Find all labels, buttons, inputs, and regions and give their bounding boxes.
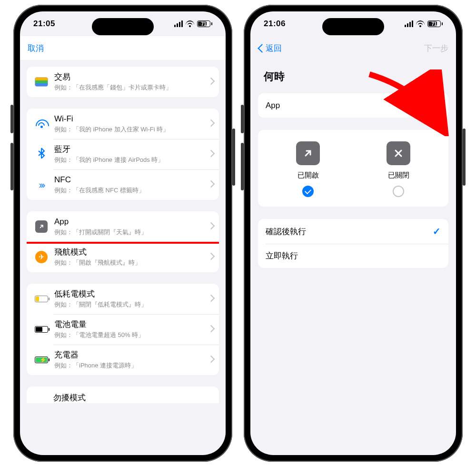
bluetooth-icon: [37, 148, 46, 161]
chevron-right-icon: [208, 254, 212, 260]
wifi-trigger-icon: [36, 119, 47, 128]
nav-bar: 取消: [20, 36, 226, 60]
run-mode-card: 確認後執行 ✓ 立即執行: [258, 219, 448, 268]
cellular-icon: [174, 20, 183, 27]
trigger-row-nfc[interactable]: ››› NFC 例如：「在我感應 NFC 標籤時」: [27, 169, 219, 200]
state-options-card: 已開啟 已關閉: [258, 130, 448, 207]
trigger-row-bluetooth[interactable]: 藍牙 例如：「我的 iPhone 連接 AirPods 時」: [27, 139, 219, 169]
close-icon: [387, 141, 410, 165]
nav-bar: 返回 下一步: [250, 36, 456, 60]
trigger-row-wifi[interactable]: Wi-Fi 例如：「我的 iPhone 加入住家 Wi-Fi 時」: [27, 109, 219, 139]
trigger-row-app[interactable]: App 例如：「打開或關閉『天氣』時」: [27, 211, 219, 242]
cellular-icon: [405, 20, 413, 27]
chevron-right-icon: [208, 79, 212, 85]
phone-frame-right: 21:06 71 返回 下一步: [244, 5, 463, 462]
screen-left: 21:05 71 取消: [20, 11, 226, 455]
dynamic-island: [92, 18, 154, 35]
row-title: 交易: [54, 72, 208, 82]
checkmark-icon: ✓: [433, 226, 441, 237]
automation-config: 何時 App 選擇 已開啟: [250, 60, 456, 455]
choose-button[interactable]: 選擇: [425, 100, 441, 111]
wifi-icon: [186, 20, 194, 27]
run-immediate-row[interactable]: 立即執行: [258, 244, 448, 268]
chevron-right-icon: [208, 326, 212, 333]
list-group: App 例如：「打開或關閉『天氣』時」 ✈ 飛航模式 例如：「開啟『飛航模式』時…: [27, 211, 219, 272]
chevron-right-icon: [208, 181, 212, 188]
app-selector-card: App 選擇: [258, 93, 448, 118]
option-opened[interactable]: 已開啟: [275, 141, 341, 197]
radio-closed[interactable]: [393, 186, 404, 197]
arrow-up-right-icon: [296, 141, 320, 165]
app-label: App: [266, 101, 280, 110]
app-selector-row[interactable]: App 選擇: [258, 93, 448, 118]
charger-icon: ⚡: [35, 357, 48, 363]
low-power-icon: [35, 296, 48, 302]
trigger-row-airplane[interactable]: ✈ 飛航模式 例如：「開啟『飛航模式』時」: [27, 242, 219, 272]
next-button[interactable]: 下一步: [424, 43, 448, 54]
battery-icon: 71: [427, 20, 443, 27]
airplane-icon: ✈: [35, 251, 48, 263]
list-group: 交易 例如：「在我感應「錢包」卡片或票卡時」: [27, 67, 219, 97]
app-open-icon: [35, 220, 48, 233]
trigger-row-dnd[interactable]: 勿擾模式: [27, 387, 219, 403]
chevron-right-icon: [208, 223, 212, 230]
trigger-row-lowpower[interactable]: 低耗電模式 例如：「關閉『低耗電模式』時」: [27, 284, 219, 314]
dynamic-island: [322, 18, 384, 35]
chevron-right-icon: [208, 120, 212, 127]
option-closed[interactable]: 已關閉: [365, 141, 432, 197]
status-time: 21:06: [264, 19, 286, 29]
chevron-right-icon: [208, 357, 212, 363]
cancel-button[interactable]: 取消: [28, 43, 44, 54]
battery-icon: 71: [197, 20, 212, 27]
back-button[interactable]: 返回: [258, 43, 296, 54]
phone-frame-left: 21:05 71 取消: [13, 5, 232, 462]
trigger-row-battery-level[interactable]: 電池電量 例如：「電池電量超過 50% 時」: [27, 314, 219, 345]
nfc-icon: ›››: [39, 179, 44, 190]
wifi-icon: [416, 20, 425, 27]
trigger-list[interactable]: 交易 例如：「在我感應「錢包」卡片或票卡時」 Wi-Fi 例如：「我的 iPho…: [20, 60, 226, 455]
chevron-left-icon: [258, 43, 264, 53]
wallet-icon: [35, 77, 48, 87]
list-group: 低耗電模式 例如：「關閉『低耗電模式』時」 電池電量 例如：「電池電量超過 50…: [27, 284, 219, 375]
trigger-row-wallet[interactable]: 交易 例如：「在我感應「錢包」卡片或票卡時」: [27, 67, 219, 97]
list-group: Wi-Fi 例如：「我的 iPhone 加入住家 Wi-Fi 時」 藍牙 例如：…: [27, 109, 219, 200]
screen-right: 21:06 71 返回 下一步: [250, 11, 456, 455]
chevron-right-icon: [208, 296, 212, 302]
section-title: 何時: [250, 60, 456, 89]
battery-level-icon: [35, 326, 48, 333]
chevron-right-icon: [208, 151, 212, 158]
run-confirm-row[interactable]: 確認後執行 ✓: [258, 219, 448, 244]
trigger-row-charger[interactable]: ⚡ 充電器 例如：「iPhone 連接電源時」: [27, 345, 219, 375]
status-time: 21:05: [33, 19, 55, 29]
radio-opened[interactable]: [302, 186, 314, 197]
row-subtitle: 例如：「在我感應「錢包」卡片或票卡時」: [54, 83, 208, 92]
